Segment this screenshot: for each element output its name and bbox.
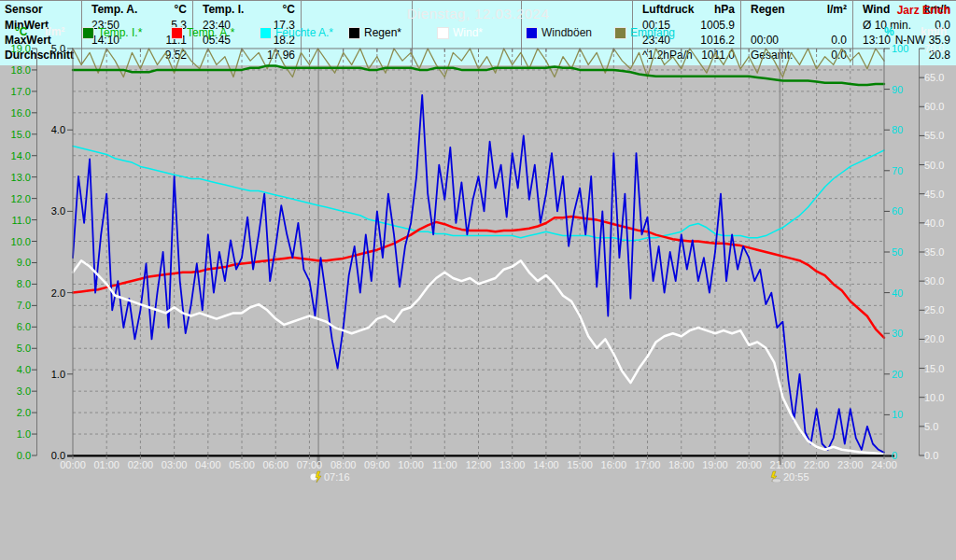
percent-tick-label: 90 — [892, 84, 918, 95]
celsius-tick-label: 19.0 — [3, 43, 31, 54]
celsius-tick-label: 17.0 — [3, 86, 31, 97]
celsius-tick-label: 18.0 — [3, 64, 31, 76]
kmh-tick-label: 40.0 — [924, 217, 956, 229]
celsius-tick-label: 1.0 — [3, 428, 31, 440]
celsius-tick-label: 16.0 — [3, 107, 31, 119]
rain-tick-label: 5.0 — [39, 43, 65, 54]
weather-chart-screen: Dienstag, 12.03.2024 Jarz Erich °C l/m² … — [0, 0, 956, 560]
percent-tick-label: 30 — [892, 328, 918, 339]
series-feuchtea — [73, 147, 884, 241]
sunset-time: 20:55 — [783, 471, 809, 483]
rain-tick-label: 2.0 — [39, 287, 65, 299]
kmh-tick-label: 10.0 — [924, 392, 956, 403]
rain-tick-label: 1.0 — [39, 369, 65, 380]
percent-tick-label: 80 — [892, 124, 918, 135]
percent-tick-label: 60 — [892, 205, 918, 217]
time-tick-label: 24:00 — [864, 459, 905, 470]
percent-tick-label: 50 — [892, 246, 918, 258]
kmh-tick-label: 30.0 — [924, 275, 956, 287]
sunset-icon — [768, 470, 782, 483]
kmh-tick-label: 60.0 — [924, 101, 956, 112]
kmh-tick-label: 55.0 — [924, 130, 956, 141]
celsius-tick-label: 4.0 — [3, 364, 31, 375]
kmh-tick-label: 5.0 — [924, 421, 956, 432]
kmh-tick-label: 65.0 — [924, 72, 956, 83]
celsius-tick-label: 3.0 — [3, 385, 31, 397]
rain-tick-label: 3.0 — [39, 205, 65, 217]
percent-tick-label: 70 — [892, 165, 918, 176]
celsius-tick-label: 2.0 — [3, 407, 31, 418]
celsius-tick-label: 8.0 — [3, 278, 31, 289]
kmh-tick-label: 50.0 — [924, 160, 956, 171]
celsius-tick-label: 0.0 — [3, 450, 31, 461]
chart-plot — [0, 0, 956, 560]
percent-tick-label: 10 — [892, 409, 918, 420]
celsius-tick-label: 9.0 — [3, 257, 31, 268]
kmh-tick-label: 35.0 — [924, 246, 956, 258]
celsius-tick-label: 6.0 — [3, 321, 31, 332]
celsius-tick-label: 15.0 — [3, 129, 31, 140]
celsius-tick-label: 5.0 — [3, 343, 31, 354]
celsius-tick-label: 11.0 — [3, 215, 31, 226]
sunrise-time: 07:16 — [324, 471, 350, 483]
kmh-tick-label: 45.0 — [924, 189, 956, 200]
kmh-tick-label: 25.0 — [924, 304, 956, 315]
percent-tick-label: 20 — [892, 369, 918, 380]
celsius-tick-label: 13.0 — [3, 172, 31, 183]
kmh-tick-label: 0.0 — [924, 450, 956, 461]
kmh-tick-label: 70.0 — [924, 43, 956, 54]
percent-tick-label: 100 — [892, 43, 918, 54]
rain-tick-label: 4.0 — [39, 124, 65, 135]
celsius-tick-label: 14.0 — [3, 150, 31, 161]
celsius-tick-label: 10.0 — [3, 236, 31, 247]
celsius-tick-label: 12.0 — [3, 193, 31, 204]
percent-tick-label: 40 — [892, 287, 918, 299]
celsius-tick-label: 7.0 — [3, 300, 31, 311]
kmh-tick-label: 20.0 — [924, 333, 956, 344]
sunrise-icon — [309, 470, 323, 483]
kmh-tick-label: 15.0 — [924, 363, 956, 374]
